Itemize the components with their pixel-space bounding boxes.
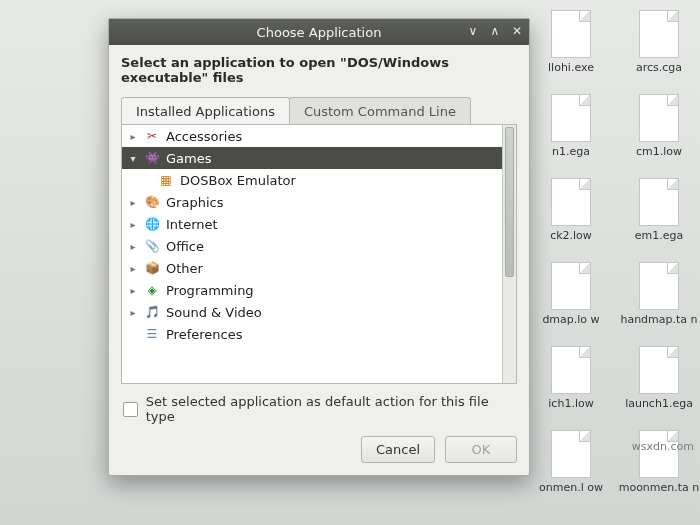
tree-label: Accessories (166, 129, 242, 144)
graphics-icon: 🎨 (144, 194, 160, 210)
document-icon (639, 262, 679, 310)
file-icon[interactable]: ck2.low (528, 178, 614, 258)
tree-label: Graphics (166, 195, 223, 210)
document-icon (639, 178, 679, 226)
file-label: dmap.lo w (542, 313, 599, 326)
file-label: arcs.cga (636, 61, 682, 74)
document-icon (551, 262, 591, 310)
accessories-icon: ✂ (144, 128, 160, 144)
tree-category-games[interactable]: ▾ 👾 Games (122, 147, 502, 169)
expand-icon[interactable]: ▸ (128, 131, 138, 142)
other-icon: 📦 (144, 260, 160, 276)
dialog-prompt: Select an application to open "DOS/Windo… (109, 45, 529, 91)
file-label: onmen.l ow (539, 481, 603, 494)
tree-label: Games (166, 151, 211, 166)
tree-app-dosbox-emulator[interactable]: ▦ DOSBox Emulator (122, 169, 502, 191)
sound-video-icon: 🎵 (144, 304, 160, 320)
tree-label: Office (166, 239, 204, 254)
expand-icon[interactable]: ▸ (128, 219, 138, 230)
file-label: ich1.low (548, 397, 593, 410)
file-icon[interactable]: ich1.low (528, 346, 614, 426)
dialog-title: Choose Application (257, 25, 382, 40)
tree-label: Sound & Video (166, 305, 262, 320)
tree-category-programming[interactable]: ▸ ◈ Programming (122, 279, 502, 301)
file-icon (0, 10, 86, 90)
tree-label: Internet (166, 217, 218, 232)
file-icon (0, 346, 86, 426)
file-icon (0, 94, 86, 174)
file-icon[interactable]: arcs.cga (616, 10, 700, 90)
file-icon (0, 430, 86, 510)
file-icon[interactable]: onmen.l ow (528, 430, 614, 510)
games-icon: 👾 (144, 150, 160, 166)
document-icon (551, 178, 591, 226)
watermark-text: wsxdn.com (632, 440, 694, 453)
file-icon[interactable]: cm1.low (616, 94, 700, 174)
tree-label: Programming (166, 283, 254, 298)
tree-label: Preferences (166, 327, 242, 342)
file-label: cm1.low (636, 145, 682, 158)
file-icon[interactable]: handmap.ta n (616, 262, 700, 342)
tab-bar: Installed Applications Custom Command Li… (109, 91, 529, 124)
window-close-icon[interactable]: ✕ (509, 23, 525, 39)
tree-category-other[interactable]: ▸ 📦 Other (122, 257, 502, 279)
file-label: llohi.exe (548, 61, 594, 74)
choose-application-dialog: Choose Application ∨ ∧ ✕ Select an appli… (108, 18, 530, 476)
expand-icon[interactable]: ▸ (128, 197, 138, 208)
file-label: moonmen.ta n (619, 481, 700, 494)
tree-category-graphics[interactable]: ▸ 🎨 Graphics (122, 191, 502, 213)
window-minimize-icon[interactable]: ∨ (465, 23, 481, 39)
tree-category-sound-video[interactable]: ▸ 🎵 Sound & Video (122, 301, 502, 323)
document-icon (639, 94, 679, 142)
tab-custom-command-line[interactable]: Custom Command Line (289, 97, 471, 124)
tree-label: Other (166, 261, 203, 276)
document-icon (639, 346, 679, 394)
file-icon[interactable]: dmap.lo w (528, 262, 614, 342)
default-action-row: Set selected application as default acti… (109, 384, 529, 430)
office-icon: 📎 (144, 238, 160, 254)
expand-icon[interactable]: ▸ (128, 285, 138, 296)
document-icon (639, 10, 679, 58)
default-action-label: Set selected application as default acti… (146, 394, 515, 424)
file-icon[interactable]: em1.ega (616, 178, 700, 258)
document-icon (551, 10, 591, 58)
tree-label: DOSBox Emulator (180, 173, 296, 188)
expand-icon[interactable]: ▸ (128, 241, 138, 252)
tree-category-accessories[interactable]: ▸ ✂ Accessories (122, 125, 502, 147)
ok-button[interactable]: OK (445, 436, 517, 463)
file-label: n1.ega (552, 145, 590, 158)
tree-scrollbar[interactable] (502, 125, 516, 383)
document-icon (639, 430, 679, 478)
window-maximize-icon[interactable]: ∧ (487, 23, 503, 39)
file-label: handmap.ta n (620, 313, 697, 326)
application-tree: ▸ ✂ Accessories ▾ 👾 Games ▦ DOSBox Emula… (121, 124, 517, 384)
dosbox-icon: ▦ (158, 172, 174, 188)
dialog-button-row: Cancel OK (109, 430, 529, 475)
file-icon[interactable]: llohi.exe (528, 10, 614, 90)
internet-icon: 🌐 (144, 216, 160, 232)
tree-category-preferences[interactable]: ☰ Preferences (122, 323, 502, 345)
programming-icon: ◈ (144, 282, 160, 298)
expand-icon[interactable]: ▸ (128, 263, 138, 274)
expand-icon[interactable]: ▸ (128, 307, 138, 318)
cancel-button[interactable]: Cancel (361, 436, 435, 463)
file-label: ck2.low (550, 229, 592, 242)
file-icon (0, 262, 86, 342)
tree-category-office[interactable]: ▸ 📎 Office (122, 235, 502, 257)
file-icon (0, 178, 86, 258)
dialog-titlebar[interactable]: Choose Application ∨ ∧ ✕ (109, 19, 529, 45)
tab-installed-applications[interactable]: Installed Applications (121, 97, 290, 124)
tree-category-internet[interactable]: ▸ 🌐 Internet (122, 213, 502, 235)
document-icon (551, 430, 591, 478)
document-icon (551, 346, 591, 394)
file-icon[interactable]: n1.ega (528, 94, 614, 174)
file-label: launch1.ega (625, 397, 693, 410)
file-icon[interactable]: launch1.ega (616, 346, 700, 426)
file-label: em1.ega (635, 229, 683, 242)
collapse-icon[interactable]: ▾ (128, 153, 138, 164)
preferences-icon: ☰ (144, 326, 160, 342)
scrollbar-thumb[interactable] (505, 127, 514, 277)
default-action-checkbox[interactable] (123, 402, 138, 417)
document-icon (551, 94, 591, 142)
